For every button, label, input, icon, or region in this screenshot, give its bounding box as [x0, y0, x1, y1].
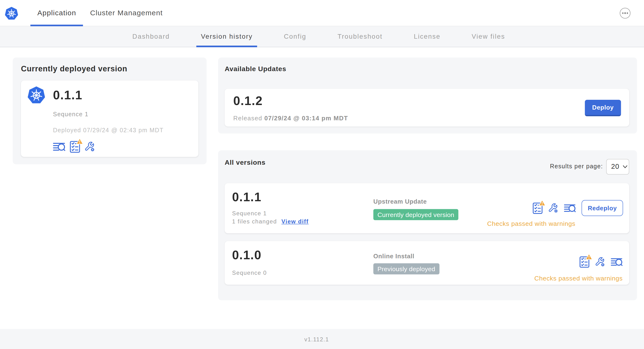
update-released-date: 07/29/24 @ 03:14 pm MDT: [264, 114, 348, 122]
preflight-checks-icon[interactable]: [533, 202, 542, 214]
kubernetes-logo: [4, 7, 18, 21]
view-diff-link[interactable]: View diff: [282, 218, 309, 225]
edit-config-icon[interactable]: [84, 142, 95, 152]
available-update-panel: 0.1.2 Released 07/29/24 @ 03:14 pm MDT D…: [224, 89, 629, 126]
row-version-number: 0.1.0: [232, 248, 261, 262]
tab-view-files[interactable]: View files: [467, 26, 510, 47]
app-level-tabs: Application Cluster Management: [30, 0, 170, 26]
version-row-0.1.0: 0.1.0 Sequence 0 Online Install Previous…: [224, 241, 629, 284]
tab-license[interactable]: License: [409, 26, 445, 47]
tab-cluster-management[interactable]: Cluster Management: [83, 0, 170, 26]
kubernetes-app-icon: [27, 86, 46, 105]
warning-triangle-icon: [76, 138, 83, 145]
preflight-status-text[interactable]: Checks passed with warnings: [487, 220, 576, 228]
view-logs-icon[interactable]: [53, 142, 66, 151]
app-root: Application Cluster Management Dashboard…: [0, 0, 644, 349]
previously-deployed-badge: Previously deployed: [373, 263, 439, 274]
results-per-page-label: Results per page:: [550, 163, 603, 170]
update-version-number: 0.1.2: [233, 94, 262, 108]
currently-deployed-badge: Currently deployed version: [373, 209, 458, 220]
chevron-down-icon: [622, 165, 628, 168]
current-sequence: Sequence 1: [53, 111, 88, 118]
app-subnav: Dashboard Version history Config Trouble…: [0, 26, 644, 47]
row-actions: [580, 256, 623, 268]
console-version: v1.112.1: [304, 336, 329, 342]
row-sequence: Sequence 1: [232, 210, 267, 216]
row-actions: Redeploy: [533, 200, 623, 216]
current-version-actions: [53, 141, 95, 153]
results-per-page-select[interactable]: 20: [606, 159, 629, 174]
available-updates-title: Available Updates: [224, 65, 286, 73]
row-source: Upstream Update: [373, 198, 427, 205]
ellipsis-menu-button[interactable]: [620, 8, 630, 18]
currently-deployed-title: Currently deployed version: [21, 64, 128, 74]
all-versions-title: All versions: [224, 158, 266, 166]
tab-troubleshoot[interactable]: Troubleshoot: [333, 26, 387, 47]
tab-dashboard[interactable]: Dashboard: [128, 26, 174, 47]
tab-version-history[interactable]: Version history: [196, 26, 257, 47]
view-logs-icon[interactable]: [564, 204, 576, 212]
currently-deployed-card: Currently deployed version 0.1.1 Sequenc…: [13, 58, 206, 164]
preflight-checks-icon[interactable]: [70, 141, 80, 153]
all-versions-card: All versions Results per page: 20 0.1.1 …: [218, 150, 637, 300]
view-logs-icon[interactable]: [611, 258, 623, 266]
row-files-changed: 1 files changed View diff: [232, 218, 309, 225]
available-updates-card: Available Updates 0.1.2 Released 07/29/2…: [218, 58, 637, 134]
current-version-number: 0.1.1: [53, 88, 82, 103]
preflight-checks-icon[interactable]: [580, 256, 589, 268]
page-footer: v1.112.1: [0, 329, 644, 349]
deploy-button[interactable]: Deploy: [585, 100, 621, 116]
edit-config-icon[interactable]: [548, 203, 558, 213]
row-source: Online Install: [373, 252, 414, 260]
tab-application[interactable]: Application: [30, 0, 83, 26]
warning-triangle-icon: [538, 199, 546, 206]
row-sequence: Sequence 0: [232, 270, 267, 276]
row-version-number: 0.1.1: [232, 190, 261, 204]
warning-triangle-icon: [585, 254, 593, 260]
version-row-0.1.1: 0.1.1 Sequence 1 1 files changed View di…: [224, 183, 629, 233]
tab-config[interactable]: Config: [279, 26, 311, 47]
current-deployed-timestamp: Deployed 07/29/24 @ 02:43 pm MDT: [53, 127, 164, 134]
results-per-page-value: 20: [611, 162, 619, 171]
update-released-line: Released 07/29/24 @ 03:14 pm MDT: [233, 114, 348, 122]
preflight-status-text[interactable]: Checks passed with warnings: [534, 275, 623, 282]
redeploy-button[interactable]: Redeploy: [582, 200, 623, 216]
top-header: Application Cluster Management: [0, 0, 644, 26]
edit-config-icon[interactable]: [595, 257, 605, 267]
current-version-panel: 0.1.1 Sequence 1 Deployed 07/29/24 @ 02:…: [21, 80, 198, 157]
